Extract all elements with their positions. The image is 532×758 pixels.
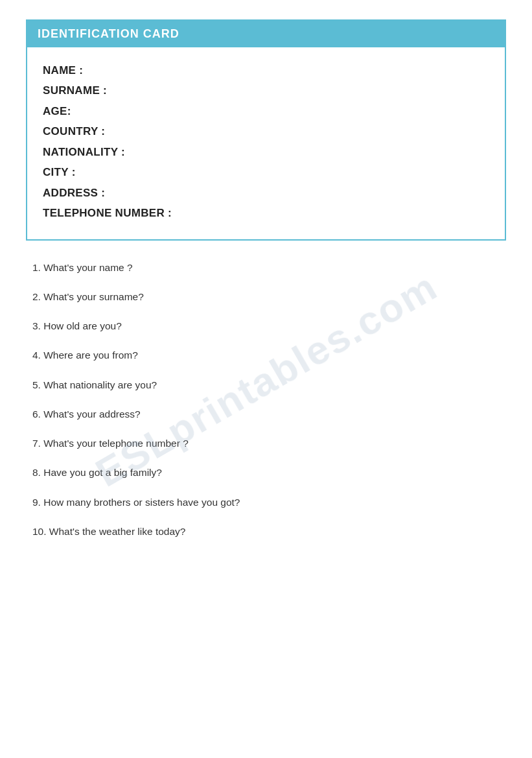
id-card-field-0: NAME : xyxy=(43,60,489,80)
id-card-title: IDENTIFICATION CARD xyxy=(38,27,179,40)
question-item-4: 4. Where are you from? xyxy=(32,348,500,362)
id-card-field-7: TELEPHONE NUMBER : xyxy=(43,203,489,223)
question-item-7: 7. What's your telephone number ? xyxy=(32,436,500,451)
question-item-5: 5. What nationality are you? xyxy=(32,377,500,392)
question-item-6: 6. What's your address? xyxy=(32,407,500,421)
question-item-1: 1. What's your name ? xyxy=(32,260,500,275)
id-card-field-2: AGE: xyxy=(43,101,489,121)
id-card-field-5: CITY : xyxy=(43,162,489,182)
id-card-field-4: NATIONALITY : xyxy=(43,142,489,162)
questions-section: 1. What's your name ?2. What's your surn… xyxy=(26,260,506,539)
id-card-field-1: SURNAME : xyxy=(43,80,489,101)
question-item-3: 3. How old are you? xyxy=(32,318,500,333)
id-card-field-3: COUNTRY : xyxy=(43,121,489,141)
id-card-header: IDENTIFICATION CARD xyxy=(27,21,505,47)
question-item-9: 9. How many brothers or sisters have you… xyxy=(32,495,500,510)
id-card: IDENTIFICATION CARD NAME :SURNAME :AGE:C… xyxy=(26,19,506,241)
question-item-10: 10. What's the weather like today? xyxy=(32,524,500,539)
id-card-body: NAME :SURNAME :AGE:COUNTRY :NATIONALITY … xyxy=(27,47,505,239)
question-item-2: 2. What's your surname? xyxy=(32,289,500,304)
question-item-8: 8. Have you got a big family? xyxy=(32,465,500,480)
id-card-field-6: ADDRESS : xyxy=(43,183,489,203)
